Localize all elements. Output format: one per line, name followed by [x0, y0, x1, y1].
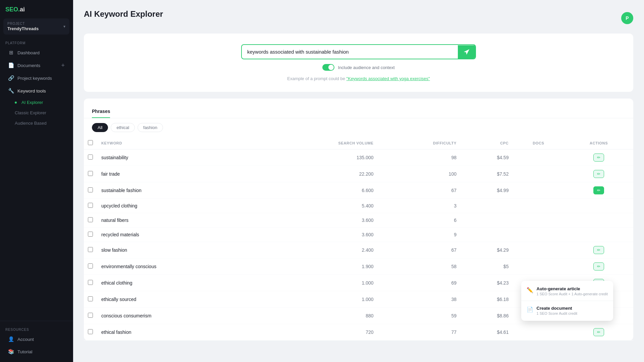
sidebar-item-tutorial[interactable]: 📚 Tutorial — [3, 346, 70, 358]
table-header-row: Phrases — [84, 99, 633, 118]
sidebar-sub-label: AI Explorer — [21, 100, 43, 105]
table-row: recycled materials 3.600 9 — [84, 228, 633, 242]
row-checkbox[interactable] — [88, 329, 93, 334]
sidebar: SEO. ai PROJECT TrendyThreads ▾ PLATFORM… — [0, 0, 73, 362]
sidebar-item-account[interactable]: 👤 Account — [3, 333, 70, 345]
select-all-checkbox[interactable] — [88, 140, 93, 145]
table-row: upcycled clothing 5.400 3 — [84, 199, 633, 213]
search-volume: 880 — [264, 308, 378, 324]
audience-context-toggle[interactable] — [322, 64, 334, 71]
project-name: TrendyThreads — [7, 26, 39, 31]
docs — [513, 182, 564, 199]
difficulty: 59 — [378, 308, 461, 324]
table-row: natural fibers 3.600 6 — [84, 213, 633, 228]
sidebar-item-dashboard[interactable]: ⊞ Dashboard — [3, 47, 70, 59]
row-checkbox[interactable] — [88, 155, 93, 160]
cpc: $4.59 — [461, 149, 513, 166]
actions-cell — [564, 228, 633, 242]
keyword-name: sustainable fashion — [97, 182, 264, 199]
row-checkbox[interactable] — [88, 296, 93, 301]
account-icon: 👤 — [8, 336, 14, 342]
row-checkbox[interactable] — [88, 280, 93, 285]
action-button[interactable]: ✏ — [593, 154, 604, 162]
search-volume: 3.600 — [264, 228, 378, 242]
cpc — [461, 199, 513, 213]
project-selector[interactable]: PROJECT TrendyThreads ▾ — [3, 18, 69, 35]
filter-ethical[interactable]: ethical — [111, 123, 135, 132]
search-input[interactable] — [242, 45, 458, 59]
search-volume: 1.900 — [264, 258, 378, 275]
difficulty: 100 — [378, 166, 461, 182]
keyword-name: sustainability — [97, 149, 264, 166]
logo-seo: SEO. — [5, 6, 20, 13]
dashboard-icon: ⊞ — [8, 50, 14, 56]
send-icon — [463, 49, 470, 55]
project-keywords-icon: 🔗 — [8, 75, 14, 81]
dropdown-item-subtitle: 1 SEO Score Audit + 1 Auto-generate cred… — [537, 292, 608, 296]
actions-cell — [564, 213, 633, 228]
row-checkbox[interactable] — [88, 313, 93, 318]
difficulty: 69 — [378, 275, 461, 291]
actions-cell: ✏ — [564, 166, 633, 182]
sidebar-item-audience-based[interactable]: Audience Based — [3, 118, 70, 128]
table-row: slow fashion 2.400 67 $4.29 ✏ — [84, 242, 633, 258]
row-checkbox[interactable] — [88, 217, 93, 222]
search-volume: 5.400 — [264, 199, 378, 213]
toggle-row: Include audience and context — [322, 64, 394, 71]
avatar: P — [621, 12, 633, 24]
add-document-button[interactable]: + — [61, 62, 65, 68]
search-volume: 22.200 — [264, 166, 378, 182]
keyword-name: conscious consumerism — [97, 308, 264, 324]
example-text: Example of a prompt could be "Keywords a… — [287, 76, 430, 81]
search-volume: 1.000 — [264, 291, 378, 308]
sidebar-item-label: Project keywords — [17, 76, 52, 81]
keyword-tools-icon: 🔧 — [8, 88, 14, 94]
actions-cell: ✏ — [564, 324, 633, 341]
actions-cell: ✏ — [564, 182, 633, 199]
keyword-name: ethical clothing — [97, 275, 264, 291]
sidebar-item-keyword-tools[interactable]: 🔧 Keyword tools — [3, 85, 70, 97]
row-checkbox[interactable] — [88, 187, 93, 192]
action-button[interactable]: ✏ — [593, 262, 604, 270]
action-button[interactable]: ✏ — [593, 170, 604, 178]
action-button[interactable]: ✏ — [593, 246, 604, 254]
sidebar-item-ai-explorer[interactable]: AI Explorer — [3, 98, 70, 107]
docs — [513, 166, 564, 182]
dropdown-auto-generate[interactable]: ✏️ Auto-generate article 1 SEO Score Aud… — [521, 282, 613, 300]
row-checkbox[interactable] — [88, 232, 93, 237]
cpc: $6.18 — [461, 291, 513, 308]
document-icon: 📄 — [527, 306, 533, 313]
keyword-name: natural fibers — [97, 213, 264, 228]
row-checkbox[interactable] — [88, 247, 93, 252]
action-button[interactable]: ✏ — [593, 328, 604, 336]
example-link[interactable]: "Keywords associated with yoga exercises… — [346, 76, 430, 81]
search-volume: 6.600 — [264, 182, 378, 199]
row-checkbox[interactable] — [88, 203, 93, 208]
col-search-volume: SEARCH VOLUME — [264, 137, 378, 149]
sidebar-item-label: Tutorial — [17, 349, 33, 354]
sidebar-item-label: Documents — [17, 63, 40, 68]
col-docs: DOCS — [513, 137, 564, 149]
row-checkbox[interactable] — [88, 263, 93, 268]
difficulty: 67 — [378, 182, 461, 199]
toggle-label: Include audience and context — [338, 65, 394, 70]
actions-cell: ✏ — [564, 149, 633, 166]
filter-row: All ethical fashion — [84, 118, 633, 137]
sidebar-item-documents[interactable]: 📄 Documents + — [3, 59, 70, 71]
col-cpc: CPC — [461, 137, 513, 149]
edit-icon: ✏️ — [527, 287, 533, 293]
sidebar-item-classic-explorer[interactable]: Classic Explorer — [3, 108, 70, 118]
search-volume: 135.000 — [264, 149, 378, 166]
difficulty: 77 — [378, 324, 461, 341]
sidebar-item-project-keywords[interactable]: 🔗 Project keywords — [3, 72, 70, 84]
search-button[interactable] — [458, 45, 475, 59]
filter-fashion[interactable]: fashion — [138, 123, 163, 132]
tab-phrases[interactable]: Phrases — [92, 105, 110, 118]
filter-all[interactable]: All — [92, 123, 108, 132]
dropdown-create-document[interactable]: 📄 Create document 1 SEO Score Audit cred… — [521, 302, 613, 319]
row-checkbox[interactable] — [88, 171, 93, 176]
actions-cell: ✏ — [564, 242, 633, 258]
dropdown-divider — [521, 301, 613, 301]
action-button-active[interactable]: ✏ — [593, 186, 604, 194]
col-actions: ACTIONS — [564, 137, 633, 149]
